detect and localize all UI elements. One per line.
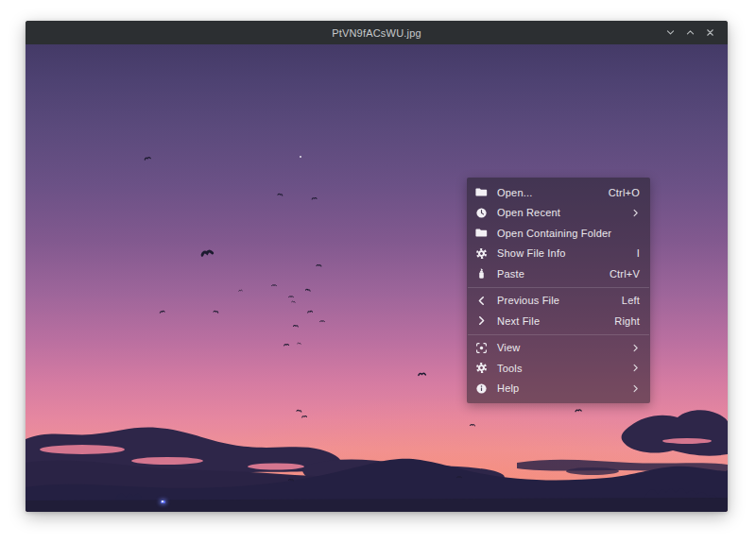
- menu-item-shortcut: Ctrl+O: [609, 187, 640, 198]
- menu-item-open[interactable]: Open...Ctrl+O: [467, 182, 650, 203]
- menu-item-shortcut: Right: [614, 315, 640, 327]
- star-dot: [300, 156, 301, 158]
- clock-icon: [475, 207, 488, 219]
- menu-separator: [468, 334, 649, 335]
- menu-item-label: Help: [497, 382, 631, 394]
- context-menu: Open...Ctrl+OOpen RecentOpen Containing …: [467, 178, 650, 403]
- menu-item-label: View: [497, 342, 631, 353]
- view-icon: [475, 342, 488, 354]
- menu-item-previous-file[interactable]: Previous FileLeft: [467, 291, 650, 312]
- x-icon: [705, 27, 715, 38]
- window-title: PtVN9fACsWU.jpg: [332, 27, 421, 39]
- menu-item-paste[interactable]: PasteCtrl+V: [467, 263, 650, 284]
- menu-separator: [468, 287, 649, 288]
- image-viewport[interactable]: Open...Ctrl+OOpen RecentOpen Containing …: [26, 44, 728, 512]
- menu-item-label: Previous File: [497, 295, 622, 306]
- submenu-arrow-icon: [631, 209, 640, 217]
- menu-item-next-file[interactable]: Next FileRight: [467, 311, 650, 331]
- menu-item-label: Open Containing Folder: [497, 228, 640, 239]
- menu-item-shortcut: Ctrl+V: [610, 268, 640, 280]
- menu-item-label: Next File: [497, 315, 614, 327]
- menu-item-help[interactable]: Help: [467, 379, 650, 399]
- submenu-arrow-icon: [631, 384, 640, 393]
- minimize-button[interactable]: [661, 21, 680, 44]
- paste-icon: [475, 267, 488, 280]
- gear-icon: [475, 362, 488, 374]
- menu-item-open-recent[interactable]: Open Recent: [467, 203, 650, 224]
- menu-item-shortcut: I: [637, 247, 640, 259]
- menu-item-label: Open...: [497, 187, 609, 198]
- menu-item-label: Paste: [497, 268, 610, 280]
- title-bar[interactable]: PtVN9fACsWU.jpg: [26, 21, 728, 44]
- info-icon: [475, 382, 488, 395]
- chevron-right-icon: [475, 314, 488, 327]
- menu-item-shortcut: Left: [622, 295, 640, 306]
- chevron-down-icon: [665, 27, 676, 38]
- window-controls: [661, 21, 720, 44]
- folder-icon: [475, 227, 488, 239]
- close-button[interactable]: [700, 21, 720, 44]
- menu-item-view[interactable]: View: [467, 338, 650, 359]
- chevron-left-icon: [475, 295, 488, 307]
- menu-item-label: Open Recent: [497, 207, 631, 218]
- menu-item-label: Show File Info: [497, 247, 637, 259]
- image-viewer-window: PtVN9fACsWU.jpg: [26, 21, 728, 512]
- menu-item-show-file-info[interactable]: Show File InfoI: [467, 244, 650, 264]
- folder-icon: [475, 186, 488, 198]
- menu-item-tools[interactable]: Tools: [467, 358, 650, 379]
- gear-icon: [475, 247, 488, 260]
- chevron-up-icon: [685, 27, 696, 38]
- submenu-arrow-icon: [631, 344, 640, 352]
- menu-item-open-containing-folder[interactable]: Open Containing Folder: [467, 223, 650, 244]
- submenu-arrow-icon: [631, 364, 640, 372]
- maximize-button[interactable]: [680, 21, 700, 44]
- menu-item-label: Tools: [497, 363, 631, 374]
- distant-light: [161, 501, 165, 503]
